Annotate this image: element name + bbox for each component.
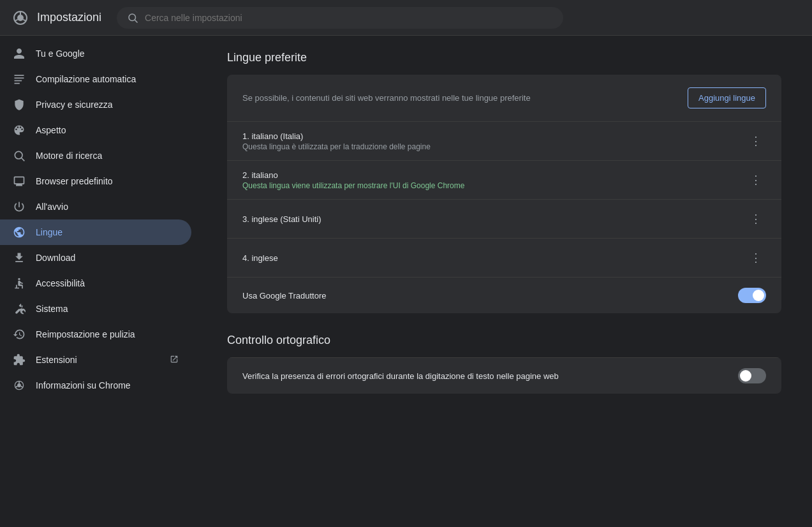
sidebar-item-sistema[interactable]: Sistema [0,296,191,322]
spellcheck-toggle-slider [738,368,766,383]
monitor-icon [13,175,26,188]
sidebar-item-allavvio[interactable]: All'avvio [0,194,191,219]
list-icon [13,73,26,85]
sidebar-label-motore: Motore di ricerca [36,151,179,161]
palette-icon [13,124,26,137]
page-title: Impostazioni [37,11,101,24]
translator-toggle-slider [738,288,766,303]
lang-number-3: 3. [242,214,249,224]
spellcheck-toggle-knob [740,370,751,382]
sidebar-label-reimpostazione: Reimpostazione e pulizia [36,329,179,339]
svg-line-4 [15,19,17,21]
lang-name-2: 2. italiano [242,170,746,180]
sidebar-label-compilazione: Compilazione automatica [36,74,179,84]
aggiungi-lingue-button[interactable]: Aggiungi lingue [688,87,766,108]
accessibility-icon [13,277,26,290]
sidebar-label-sistema: Sistema [36,304,179,314]
lang-desc-2: Questa lingua viene utilizzata per mostr… [242,181,746,190]
lang-label-1: italiano (Italia) [251,131,303,141]
svg-line-6 [135,20,137,22]
sidebar-label-informazioni: Informazioni su Chrome [36,380,179,390]
svg-point-13 [18,278,20,280]
lang-menu-button-2[interactable]: ⋮ [746,170,766,190]
sidebar-item-accessibilita[interactable]: Accessibilità [0,271,191,296]
language-item-2: 2. italiano Questa lingua viene utilizza… [227,160,781,199]
translator-toggle-row: Usa Google Traduttore [227,277,781,313]
header: Impostazioni [0,0,812,36]
person-icon [13,47,26,60]
search-icon [127,12,138,24]
sidebar-item-browser-predefinito[interactable]: Browser predefinito [0,168,191,194]
sidebar-label-aspetto: Aspetto [36,125,179,135]
sidebar-label-estensioni: Estensioni [36,355,159,365]
ortografia-card: Verifica la presenza di errori ortografi… [227,357,781,394]
lang-info-3: 3. inglese (Stati Uniti) [242,214,746,224]
svg-line-3 [23,19,26,21]
card-header-text: Se possibile, i contenuti dei siti web v… [242,93,672,103]
language-item-3: 3. inglese (Stati Uniti) ⋮ [227,199,781,238]
sidebar-item-compilazione-automatica[interactable]: Compilazione automatica [0,66,191,92]
search-input[interactable] [145,13,553,23]
language-item-1: 1. italiano (Italia) Questa lingua è uti… [227,121,781,160]
svg-point-5 [129,14,136,21]
translator-toggle[interactable] [738,288,766,303]
lang-name-4: 4. inglese [242,253,746,263]
sidebar-item-informazioni[interactable]: Informazioni su Chrome [0,373,191,398]
lingue-section-title: Lingue preferite [227,51,781,64]
chrome-small-icon [13,379,26,392]
translator-toggle-label: Usa Google Traduttore [242,291,327,301]
sidebar-label-accessibilita: Accessibilità [36,278,179,288]
puzzle-icon [13,353,26,366]
svg-point-11 [15,151,22,159]
sidebar-item-estensioni[interactable]: Estensioni [0,347,191,373]
lang-info-4: 4. inglese [242,253,746,263]
lang-number-4: 4. [242,253,249,263]
lang-name-3: 3. inglese (Stati Uniti) [242,214,746,224]
download-icon [13,251,26,264]
svg-rect-8 [15,78,24,79]
lang-menu-button-3[interactable]: ⋮ [746,209,766,229]
spellcheck-toggle-label: Verifica la presenza di errori ortografi… [242,371,559,381]
sidebar-item-download[interactable]: Download [0,245,191,271]
ortografia-section-title: Controllo ortografico [227,334,781,347]
language-item-4: 4. inglese ⋮ [227,238,781,277]
spellcheck-toggle[interactable] [738,368,766,383]
sidebar-item-privacy[interactable]: Privacy e sicurezza [0,92,191,117]
wrench-icon [13,302,26,315]
svg-line-18 [15,386,17,387]
sidebar-label-allavvio: All'avvio [36,202,179,212]
sidebar-item-lingue[interactable]: Lingue [0,219,191,245]
shield-icon [13,98,26,111]
sidebar-item-tu-e-google[interactable]: Tu e Google [0,41,191,66]
svg-point-15 [17,383,21,387]
search-bar[interactable] [117,7,563,29]
lang-info-1: 1. italiano (Italia) Questa lingua è uti… [242,131,746,151]
sidebar-label-privacy: Privacy e sicurezza [36,100,179,110]
power-icon [13,200,26,213]
svg-point-1 [17,15,24,21]
lang-menu-button-1[interactable]: ⋮ [746,131,766,151]
lang-name-1: 1. italiano (Italia) [242,131,746,141]
search-sidebar-icon [13,149,26,162]
lang-number-2: 2. [242,170,249,180]
sidebar-item-aspetto[interactable]: Aspetto [0,117,191,143]
lang-desc-1: Questa lingua è utilizzata per la traduz… [242,142,746,151]
svg-line-17 [21,386,23,387]
lang-info-2: 2. italiano Questa lingua viene utilizza… [242,170,746,190]
sidebar-label-browser: Browser predefinito [36,176,179,186]
sidebar-item-motore-ricerca[interactable]: Motore di ricerca [0,143,191,168]
spellcheck-toggle-row: Verifica la presenza di errori ortografi… [227,357,781,394]
main-content: Lingue preferite Se possibile, i contenu… [196,36,812,527]
svg-rect-10 [15,83,20,84]
lang-menu-button-4[interactable]: ⋮ [746,248,766,268]
sidebar-label-lingue: Lingue [36,227,179,237]
lang-label-4: inglese [251,253,277,263]
lang-number-1: 1. [242,131,249,141]
lang-label-2: italiano [251,170,277,180]
history-icon [13,328,26,341]
sidebar-item-reimpostazione[interactable]: Reimpostazione e pulizia [0,322,191,347]
lingue-card: Se possibile, i contenuti dei siti web v… [227,75,781,313]
card-header-row: Se possibile, i contenuti dei siti web v… [227,75,781,121]
layout: Tu e Google Compilazione automatica Priv… [0,36,812,527]
header-logo: Impostazioni [10,8,101,28]
